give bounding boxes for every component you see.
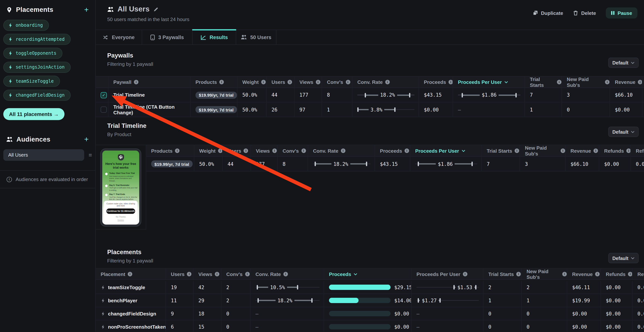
placement-pill[interactable]: onboarding [4,20,49,31]
info-icon[interactable] [516,272,521,276]
placement-name-cell[interactable]: teamSizeToggle [96,281,166,294]
col-new-paid-subs: New Paid Sub's [521,268,567,280]
tab-users[interactable]: 50 Users [236,30,276,45]
placement-pill[interactable]: settingsJoinAction [4,62,71,73]
paywall-name-cell[interactable]: Trial Timeline (CTA Button Change) [108,102,190,117]
edit-pencil-icon[interactable] [153,7,158,12]
product-badge: $19.99/yr, 7d trial [196,92,237,98]
info-icon[interactable] [283,272,288,276]
info-icon[interactable] [448,80,453,84]
info-icon[interactable] [128,272,132,276]
audience-row: All Users = [0,149,96,161]
info-icon[interactable] [628,272,632,276]
col-proceeds-per-user[interactable]: Proceeds Per User [453,77,524,88]
info-icon[interactable] [463,272,467,276]
info-icon[interactable] [605,80,610,84]
tab-results[interactable]: Results [193,30,236,45]
info-icon[interactable] [301,148,306,153]
info-icon[interactable] [175,148,180,153]
convs-cell: 0 [221,307,250,320]
info-icon[interactable] [218,148,222,153]
info-icon[interactable] [557,80,562,84]
info-icon[interactable] [561,148,565,153]
row-checkbox[interactable] [101,107,107,113]
pause-button[interactable]: Pause [606,7,638,19]
info-icon[interactable] [245,272,250,276]
conv-rate-cell: 18.2% [308,156,374,172]
info-icon[interactable] [404,148,409,153]
users-cell: 11 [166,294,193,307]
views-cell: 29 [193,294,221,307]
all-placements-button[interactable]: All 11 placements → [4,108,64,120]
paywall-name-cell[interactable]: Trial Timeline [108,88,190,102]
paywalls-view-selector[interactable]: Default [608,58,639,68]
placement-pill[interactable]: changedFieldDesign [4,90,71,101]
placement-pill[interactable]: recordingAttempted [4,34,71,45]
add-placement-button[interactable]: + [84,6,88,14]
new-paid-subs-cell: 1 [521,294,567,307]
info-icon[interactable] [244,148,248,153]
info-icon[interactable] [626,148,631,153]
placement-pill[interactable]: teamSizeToggle [4,76,60,87]
info-icon[interactable] [594,148,598,153]
delete-label: Delete [581,10,596,16]
placements-title: Placements [16,6,80,13]
col-proceeds-per-user[interactable]: Proceeds Per User [410,145,482,156]
no-thanks-button[interactable]: No Thanks [106,215,136,218]
info-icon[interactable] [638,80,642,84]
placement-name-cell[interactable]: changedFieldDesign [96,307,166,320]
continue-button[interactable]: Continue for $1.66/month [106,208,135,214]
delete-button[interactable]: Delete [573,10,596,16]
col-refund-rate: Refund Rate [632,268,644,280]
tab-paywalls[interactable]: 3 Paywalls [142,30,193,45]
audience-item[interactable]: All Users [4,149,84,161]
col-proceeds[interactable]: Proceeds [324,268,411,280]
views-cell: 97 [294,102,322,117]
info-icon[interactable] [261,80,266,84]
info-icon[interactable] [515,148,519,153]
placement-pill[interactable]: toggleOpponents [4,48,63,59]
paywall-preview-cell[interactable]: ⚽ Here's how your free trial works Today… [96,145,146,230]
refund-rate-cell: 0.0% [632,281,644,294]
info-icon[interactable] [562,272,567,276]
bolt-icon [101,324,105,329]
empty-value: – [416,324,420,330]
col-new-paid-subs: New Paid Sub's [520,145,565,156]
placements-view-selector[interactable]: Default [608,253,639,263]
col-products: Products [190,77,237,88]
info-icon[interactable] [272,148,277,153]
tab-paywalls-label: 3 Paywalls [158,34,184,40]
info-icon[interactable] [134,80,138,84]
placement-name-cell[interactable]: nonProScreenshotTaken [96,320,166,332]
view-selector-label: Default [612,60,628,65]
proceeds-cell: $0.00 [324,307,411,320]
placement-pill-label: settingsJoinAction [16,65,64,70]
restore-link[interactable]: Restore [106,219,136,221]
row-checkbox[interactable]: ✓ [101,92,107,98]
page-subtitle: 50 users matched in the last 24 hours [107,17,190,22]
placement-name-cell[interactable]: benchPlayer [96,294,166,307]
trial-view-selector[interactable]: Default [608,127,639,137]
info-icon[interactable] [316,80,320,84]
tab-everyone[interactable]: Everyone [96,30,142,45]
revenue-cell: $19.99 [567,294,600,307]
info-icon[interactable] [341,148,345,153]
tab-results-label: Results [210,34,228,40]
views-cell: 177 [294,88,322,102]
add-audience-button[interactable]: + [84,135,88,143]
products-cell: $19.99/yr, 7d trial [190,88,237,102]
col-conv-rate: Conv. Rate [250,268,324,280]
drag-handle-icon[interactable]: = [88,152,92,158]
proceeds-bar: $29.15 [329,284,411,290]
conv-rate-cell: 18.2% [352,88,418,102]
info-icon[interactable] [288,80,292,84]
refund-rate-cell: 0.0% [630,156,644,172]
info-icon[interactable] [595,272,600,276]
info-icon[interactable] [219,80,224,84]
info-icon[interactable] [187,272,192,276]
info-icon[interactable] [385,80,390,84]
info-icon[interactable] [346,80,350,84]
info-icon[interactable] [215,272,219,276]
col-views: Views [294,77,322,88]
duplicate-button[interactable]: Duplicate [533,10,563,16]
